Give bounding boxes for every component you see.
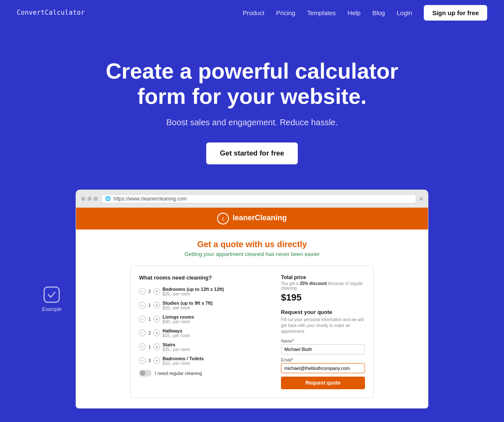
room-price-hallways: $15,- per room (163, 333, 268, 338)
demo-right-panel: Total price You get a 25% discount becau… (281, 274, 365, 389)
increment-living[interactable]: + (153, 316, 160, 322)
demo-logo-circle: c (217, 213, 229, 224)
name-input[interactable] (281, 344, 365, 354)
decrement-bedrooms[interactable]: − (139, 288, 146, 295)
count-hallways: 2 (147, 330, 152, 335)
stepper-badrooms[interactable]: − 3 + (139, 357, 160, 364)
browser-dot-3 (94, 197, 98, 201)
count-stairs: 1 (147, 344, 152, 349)
count-living: 1 (147, 316, 152, 322)
browser-menu-icon: ≡ (420, 195, 423, 202)
hero-subtitle: Boost sales and engagement. Reduce hassl… (8, 118, 496, 127)
count-badrooms: 3 (147, 358, 152, 363)
nav-link-blog[interactable]: Blog (372, 9, 385, 16)
demo-form-container: What rooms need cleaning? − 2 + Bedrooms… (130, 266, 374, 398)
decrement-living[interactable]: − (139, 316, 146, 322)
nav-links: Product Pricing Templates Help Blog Logi… (243, 5, 487, 21)
signup-button[interactable]: Sign up for free (424, 5, 487, 21)
increment-stairs[interactable]: + (153, 343, 160, 350)
example-icon (42, 285, 61, 304)
nav-link-templates[interactable]: Templates (307, 9, 336, 16)
example-label: Example (42, 285, 62, 312)
room-info-studies: Studies (up to 9ft x 7ft) $20,- per room (163, 301, 268, 310)
browser-dots (81, 197, 98, 201)
browser-mockup: Example 🌐 https://www.cleanercleaning.co… (67, 190, 437, 409)
nav-link-pricing[interactable]: Pricing (276, 9, 295, 16)
stepper-stairs[interactable]: − 1 + (139, 343, 160, 350)
demo-quote-subtitle: Getting your appartment cleaned has neve… (84, 251, 420, 257)
hero-cta-button[interactable]: Get started for free (206, 142, 297, 164)
room-info-stairs: Stairs $35,- per room (163, 342, 268, 352)
count-studies: 1 (147, 303, 152, 308)
room-info-hallways: Hallways $15,- per room (163, 328, 268, 338)
browser-chrome: 🌐 https://www.cleanercleaning.com ≡ (76, 190, 428, 208)
name-field-label: Name* (281, 339, 365, 343)
demo-logo-text: leanerCleaning (233, 214, 287, 222)
room-name-stairs: Stairs (163, 342, 268, 347)
request-quote-title: Request your quote (281, 309, 365, 315)
example-text: Example (42, 306, 62, 312)
increment-hallways[interactable]: + (153, 330, 160, 336)
room-name-bedrooms: Bedrooms (up to 12ft x 12ft) (163, 287, 268, 292)
room-price-stairs: $35,- per room (163, 347, 268, 352)
toggle-row: I need regular cleaning (139, 370, 268, 377)
email-field-label: Email* (281, 358, 365, 362)
request-quote-button[interactable]: Request quote (281, 377, 365, 389)
browser-url: https://www.cleanercleaning.com (113, 196, 187, 202)
hero-title: Create a powerful calculator form for yo… (101, 59, 403, 109)
room-price-studies: $20,- per room (163, 306, 268, 310)
room-name-living: Livings rooms (163, 314, 268, 319)
room-price-bedrooms: $25,- per room (163, 292, 268, 296)
email-input[interactable] (281, 363, 365, 373)
increment-badrooms[interactable]: + (153, 357, 160, 364)
browser-addressbar[interactable]: 🌐 https://www.cleanercleaning.com (101, 194, 416, 203)
room-name-hallways: Hallways (163, 328, 268, 333)
toggle-knob (140, 370, 145, 376)
demo-form-title: What rooms need cleaning? (139, 274, 268, 281)
navbar: ConvertCalculator Product Pricing Templa… (0, 0, 504, 25)
table-row: − 1 + Studies (up to 9ft x 7ft) $20,- pe… (139, 301, 268, 310)
stepper-living[interactable]: − 1 + (139, 316, 160, 322)
regular-cleaning-toggle[interactable] (139, 370, 152, 377)
room-info-living: Livings rooms $30,- per room (163, 314, 268, 324)
toggle-label: I need regular cleaning (155, 371, 202, 376)
nav-link-product[interactable]: Product (243, 9, 265, 16)
room-name-badrooms: Badrooms / Toilets (163, 356, 268, 361)
globe-icon: 🌐 (105, 196, 111, 201)
demo-site-header: c leanerCleaning (76, 208, 428, 229)
room-name-studies: Studies (up to 9ft x 7ft) (163, 301, 268, 306)
increment-studies[interactable]: + (153, 302, 160, 309)
table-row: − 2 + Hallways $15,- per room (139, 328, 268, 338)
nav-logo: ConvertCalculator (17, 9, 85, 16)
increment-bedrooms[interactable]: + (153, 288, 160, 295)
demo-quote-title: Get a quote with us directly (84, 240, 420, 249)
total-price-label: Total price (281, 274, 365, 280)
room-info-bedrooms: Bedrooms (up to 12ft x 12ft) $25,- per r… (163, 287, 268, 296)
decrement-badrooms[interactable]: − (139, 357, 146, 364)
table-row: − 1 + Livings rooms $30,- per room (139, 314, 268, 324)
table-row: − 2 + Bedrooms (up to 12ft x 12ft) $25,-… (139, 287, 268, 296)
browser-dot-2 (87, 197, 92, 201)
count-bedrooms: 2 (147, 289, 152, 294)
room-price-badrooms: $10,- per room (163, 361, 268, 366)
demo-left-panel: What rooms need cleaning? − 2 + Bedrooms… (139, 274, 268, 389)
discount-text: You get a 25% discount because of regula… (281, 281, 365, 290)
decrement-hallways[interactable]: − (139, 330, 146, 336)
room-price-living: $30,- per room (163, 319, 268, 324)
decrement-studies[interactable]: − (139, 302, 146, 309)
nav-link-login[interactable]: Login (396, 9, 412, 16)
request-quote-desc: Fill out your personal information and w… (281, 317, 365, 335)
decrement-stairs[interactable]: − (139, 343, 146, 350)
total-price-value: $195 (281, 292, 365, 303)
svg-rect-0 (44, 287, 59, 302)
stepper-hallways[interactable]: − 2 + (139, 330, 160, 336)
stepper-studies[interactable]: − 1 + (139, 302, 160, 309)
hero-section: Create a powerful calculator form for yo… (0, 25, 504, 190)
browser-dot-1 (81, 197, 85, 201)
nav-link-help[interactable]: Help (348, 9, 361, 16)
stepper-bedrooms[interactable]: − 2 + (139, 288, 160, 295)
browser-content: c leanerCleaning Get a quote with us dir… (76, 208, 428, 409)
table-row: − 3 + Badrooms / Toilets $10,- per room (139, 356, 268, 366)
room-info-badrooms: Badrooms / Toilets $10,- per room (163, 356, 268, 366)
demo-site-body: Get a quote with us directly Getting you… (76, 229, 428, 408)
